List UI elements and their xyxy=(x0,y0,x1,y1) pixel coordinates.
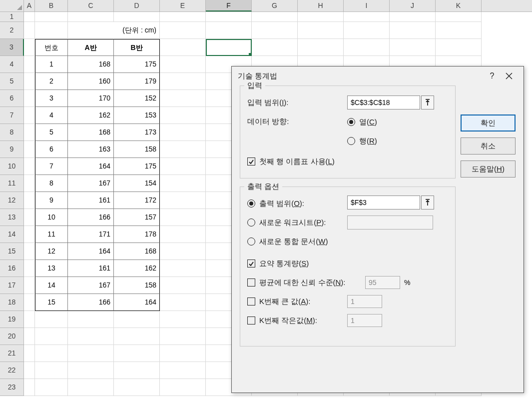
cell-D5[interactable]: 179 xyxy=(114,73,160,90)
cell-A4[interactable] xyxy=(24,56,35,73)
cell-B10[interactable]: 7 xyxy=(35,158,68,175)
cell-H3[interactable] xyxy=(298,39,344,56)
cell-B13[interactable]: 10 xyxy=(35,209,68,226)
cell-J2[interactable] xyxy=(390,22,436,39)
row-header-23[interactable]: 23 xyxy=(0,379,24,396)
cell-I3[interactable] xyxy=(344,39,390,56)
row-header-8[interactable]: 8 xyxy=(0,124,24,141)
cell-D9[interactable]: 158 xyxy=(114,141,160,158)
cell-K2[interactable] xyxy=(436,22,482,39)
kth-smallest-field[interactable] xyxy=(347,314,382,327)
cell-E3[interactable] xyxy=(160,39,206,56)
row-header-20[interactable]: 20 xyxy=(0,328,24,345)
cell-D15[interactable]: 168 xyxy=(114,243,160,260)
help-button[interactable]: 도움말(H) xyxy=(461,160,516,178)
cell-B8[interactable]: 5 xyxy=(35,124,68,141)
row-header-2[interactable]: 2 xyxy=(0,22,24,39)
cell-C2[interactable] xyxy=(68,22,114,39)
cell-A15[interactable] xyxy=(24,243,35,260)
row-header-17[interactable]: 17 xyxy=(0,277,24,294)
cell-B4[interactable]: 1 xyxy=(35,56,68,73)
cell-C5[interactable]: 160 xyxy=(68,73,114,90)
column-header-D[interactable]: D xyxy=(114,0,160,12)
kth-smallest-checkbox[interactable]: K번째 작은값(M): xyxy=(247,314,347,328)
cell-E23[interactable] xyxy=(160,379,206,396)
column-header-B[interactable]: B xyxy=(35,0,68,12)
column-header-G[interactable]: G xyxy=(252,0,298,12)
first-row-labels-checkbox[interactable]: 첫째 행 이름표 사용(L) xyxy=(247,154,335,168)
cell-H2[interactable] xyxy=(298,22,344,39)
cell-A11[interactable] xyxy=(24,175,35,192)
cell-C6[interactable]: 170 xyxy=(68,90,114,107)
cell-C13[interactable]: 166 xyxy=(68,209,114,226)
cell-D20[interactable] xyxy=(114,328,160,345)
cell-E14[interactable] xyxy=(160,226,206,243)
cell-B1[interactable] xyxy=(35,12,68,22)
cell-A13[interactable] xyxy=(24,209,35,226)
collapse-range-icon[interactable] xyxy=(421,96,434,110)
cell-C1[interactable] xyxy=(68,12,114,22)
row-header-9[interactable]: 9 xyxy=(0,141,24,158)
cell-B6[interactable]: 3 xyxy=(35,90,68,107)
cell-B22[interactable] xyxy=(35,362,68,379)
cell-D12[interactable]: 172 xyxy=(114,192,160,209)
cell-E15[interactable] xyxy=(160,243,206,260)
cell-A16[interactable] xyxy=(24,260,35,277)
cell-E16[interactable] xyxy=(160,260,206,277)
cell-A18[interactable] xyxy=(24,294,35,311)
cancel-button[interactable]: 취소 xyxy=(461,138,516,154)
cell-E9[interactable] xyxy=(160,141,206,158)
row-header-16[interactable]: 16 xyxy=(0,260,24,277)
cell-B12[interactable]: 9 xyxy=(35,192,68,209)
cell-E7[interactable] xyxy=(160,107,206,124)
cell-B14[interactable]: 11 xyxy=(35,226,68,243)
cell-E1[interactable] xyxy=(160,12,206,22)
column-header-F[interactable]: F xyxy=(206,0,252,12)
row-header-11[interactable]: 11 xyxy=(0,175,24,192)
cell-E8[interactable] xyxy=(160,124,206,141)
row-header-13[interactable]: 13 xyxy=(0,209,24,226)
row-header-3[interactable]: 3 xyxy=(0,39,24,56)
cell-D16[interactable]: 162 xyxy=(114,260,160,277)
row-header-4[interactable]: 4 xyxy=(0,56,24,73)
cell-A3[interactable] xyxy=(24,39,35,56)
cell-B18[interactable]: 15 xyxy=(35,294,68,311)
confidence-level-field[interactable] xyxy=(365,276,400,289)
cell-C10[interactable]: 164 xyxy=(68,158,114,175)
row-header-22[interactable]: 22 xyxy=(0,362,24,379)
cell-E22[interactable] xyxy=(160,362,206,379)
new-workbook-radio[interactable]: 새로운 통합 문서(W) xyxy=(247,234,328,248)
output-range-field[interactable] xyxy=(347,196,420,210)
cell-A22[interactable] xyxy=(24,362,35,379)
cell-D1[interactable] xyxy=(114,12,160,22)
cell-A9[interactable] xyxy=(24,141,35,158)
cell-B5[interactable]: 2 xyxy=(35,73,68,90)
cell-C7[interactable]: 162 xyxy=(68,107,114,124)
cell-A5[interactable] xyxy=(24,73,35,90)
cell-C14[interactable]: 171 xyxy=(68,226,114,243)
cell-B23[interactable] xyxy=(35,379,68,396)
cell-C12[interactable]: 161 xyxy=(68,192,114,209)
cell-E12[interactable] xyxy=(160,192,206,209)
cell-A19[interactable] xyxy=(24,311,35,328)
cell-A20[interactable] xyxy=(24,328,35,345)
cell-B16[interactable]: 13 xyxy=(35,260,68,277)
cell-C3[interactable]: A반 xyxy=(68,39,114,56)
cell-D18[interactable]: 164 xyxy=(114,294,160,311)
row-header-12[interactable]: 12 xyxy=(0,192,24,209)
column-header-E[interactable]: E xyxy=(160,0,206,12)
cell-B20[interactable] xyxy=(35,328,68,345)
cell-C18[interactable]: 166 xyxy=(68,294,114,311)
dialog-help-icon[interactable]: ? xyxy=(484,68,501,84)
cell-E6[interactable] xyxy=(160,90,206,107)
cell-A7[interactable] xyxy=(24,107,35,124)
cell-C11[interactable]: 167 xyxy=(68,175,114,192)
ok-button[interactable]: 확인 xyxy=(461,114,516,132)
column-header-H[interactable]: H xyxy=(298,0,344,12)
cell-D11[interactable]: 154 xyxy=(114,175,160,192)
select-all-corner[interactable] xyxy=(0,0,24,12)
cell-C9[interactable]: 163 xyxy=(68,141,114,158)
kth-largest-checkbox[interactable]: K번째 큰 값(A): xyxy=(247,294,347,308)
cell-A23[interactable] xyxy=(24,379,35,396)
cell-E18[interactable] xyxy=(160,294,206,311)
